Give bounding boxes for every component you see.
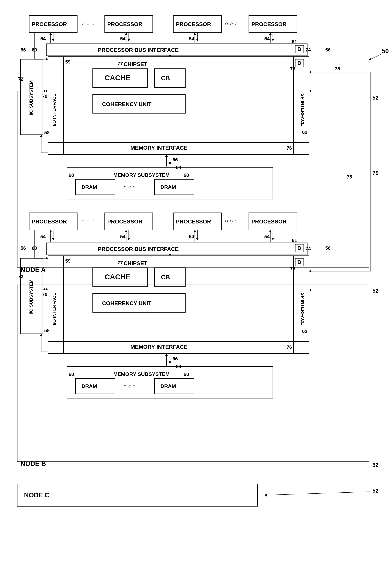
chipset-outer-a	[48, 57, 309, 154]
svg-marker-29	[168, 162, 171, 165]
ref-68b-a: 68	[184, 172, 189, 178]
svg-marker-9	[127, 39, 130, 41]
proc-a3-label: PROCESSOR	[176, 21, 211, 27]
ref-56-b-right: 56	[325, 246, 331, 251]
ref-64-a: 64	[176, 165, 182, 170]
ref-54-b4: 54	[264, 234, 270, 239]
proc-a4-label: PROCESSOR	[252, 21, 286, 27]
mem-subsystem-a	[67, 167, 273, 199]
ref-54-a4: 54	[264, 36, 270, 41]
b-label-sp-b: B	[297, 259, 301, 265]
ref-77-b: 77	[118, 260, 123, 265]
svg-marker-17	[271, 39, 274, 41]
ref-59-b: 59	[65, 258, 70, 264]
svg-marker-13	[196, 39, 199, 41]
svg-line-67	[264, 492, 370, 495]
ref-61-b: 61	[292, 238, 297, 243]
ref-56-b-left: 56	[21, 246, 26, 251]
ref-52-a: 52	[372, 95, 378, 101]
svg-marker-87	[40, 135, 42, 137]
svg-marker-59	[168, 361, 171, 364]
proc-b3-label: PROCESSOR	[176, 219, 211, 225]
proc-a2-label: PROCESSOR	[107, 21, 142, 27]
dots-b1: ○ ○ ○	[82, 218, 95, 224]
ref-70-b: 70	[42, 292, 47, 297]
dram2-b-label: DRAM	[160, 383, 176, 389]
ref-74-a: 74	[306, 47, 311, 53]
cache-label-b: CACHE	[105, 273, 130, 281]
node-c-label: NODE C	[24, 492, 49, 499]
ref-66-b: 66	[172, 356, 178, 361]
svg-marker-21	[46, 90, 48, 92]
svg-marker-11	[125, 33, 127, 35]
ref-62-a: 62	[302, 130, 308, 135]
ref-70-a: 70	[42, 94, 47, 99]
svg-marker-51	[269, 230, 272, 232]
svg-marker-33	[309, 71, 311, 73]
mem-subsystem-a-label: MEMORY SUBSYSTEM	[113, 172, 169, 178]
proc-bus-interface-b-label: PROCESSOR BUS INTERFACE	[98, 246, 179, 252]
svg-marker-39	[49, 230, 52, 232]
dram2-a-label: DRAM	[160, 184, 176, 190]
ref-59-a: 59	[65, 59, 70, 65]
memory-interface-a-label: MEMORY INTERFACE	[130, 145, 187, 151]
io-subsystem-b-label: I/O SUBSYSTEM	[28, 279, 34, 315]
svg-marker-77	[46, 257, 48, 260]
svg-marker-15	[194, 33, 196, 35]
b-label-sp-a: B	[297, 60, 301, 66]
svg-marker-45	[196, 238, 199, 240]
sp-interface-b-label: SP INTERFACE	[300, 293, 305, 325]
ref-68a-a: 68	[69, 172, 74, 178]
svg-marker-37	[52, 238, 55, 240]
ref-54-b3: 54	[189, 234, 194, 239]
ref-52-c: 52	[372, 488, 378, 494]
svg-marker-54	[43, 288, 45, 290]
cache-label-a: CACHE	[105, 74, 130, 82]
dots-a1: ○ ○ ○	[82, 20, 95, 27]
ref-56-a-right: 56	[325, 47, 331, 53]
svg-marker-68	[264, 494, 267, 496]
dram-dots-b: ○ ○ ○	[124, 383, 136, 389]
svg-rect-0	[7, 7, 392, 565]
node-a-label: NODE A	[21, 266, 46, 273]
ref-58-a: 58	[44, 130, 50, 135]
svg-marker-49	[271, 238, 274, 240]
proc-b4-label: PROCESSOR	[252, 219, 286, 225]
ref-75-line-a: 75	[335, 66, 340, 71]
ref-77-a: 77	[118, 61, 123, 66]
svg-marker-31	[165, 154, 168, 157]
io-subsystem-a-label: I/O SUBSYSTEM	[28, 80, 34, 115]
node-b-label: NODE B	[21, 460, 46, 467]
ref-54-b1: 54	[40, 234, 46, 239]
io-interface-a-label: I/O INTERFACE	[52, 94, 57, 126]
ref-62-b: 62	[302, 329, 308, 334]
chipset-label-a: CHIPSET	[124, 61, 147, 67]
cb-box-a	[154, 69, 185, 87]
ref-54-b2: 54	[120, 234, 126, 239]
chipset-outer-b	[48, 256, 309, 354]
svg-marker-71	[46, 58, 48, 61]
io-interface-b-label: I/O INTERFACE	[52, 293, 57, 325]
ref-75-a: 75	[290, 66, 295, 71]
proc-a1-label: PROCESSOR	[32, 21, 67, 27]
ref-75-b: 75	[290, 266, 295, 271]
svg-marker-43	[125, 230, 127, 232]
cb-label-b: CB	[161, 274, 170, 281]
mem-subsystem-b-label: MEMORY SUBSYSTEM	[113, 371, 169, 377]
mem-subsystem-b	[67, 366, 273, 398]
svg-marker-90	[40, 334, 42, 336]
memory-interface-b-label: MEMORY INTERFACE	[130, 344, 187, 350]
node-c-box	[17, 484, 257, 506]
svg-marker-41	[127, 238, 130, 240]
sp-interface-a-label: SP INTERFACE	[300, 94, 305, 126]
svg-marker-63	[309, 270, 311, 273]
chipset-label-b: CHIPSET	[124, 260, 147, 266]
coherency-label-a: COHERENCY UNIT	[102, 101, 152, 107]
ref-75-connector: 75	[347, 174, 352, 179]
svg-marker-5	[52, 39, 55, 41]
proc-bus-interface-a-label: PROCESSOR BUS INTERFACE	[98, 47, 179, 53]
svg-marker-7	[49, 33, 52, 35]
svg-marker-47	[194, 230, 196, 232]
b-label-pbi-b: B	[297, 245, 301, 251]
ref-64-b: 64	[176, 364, 182, 369]
